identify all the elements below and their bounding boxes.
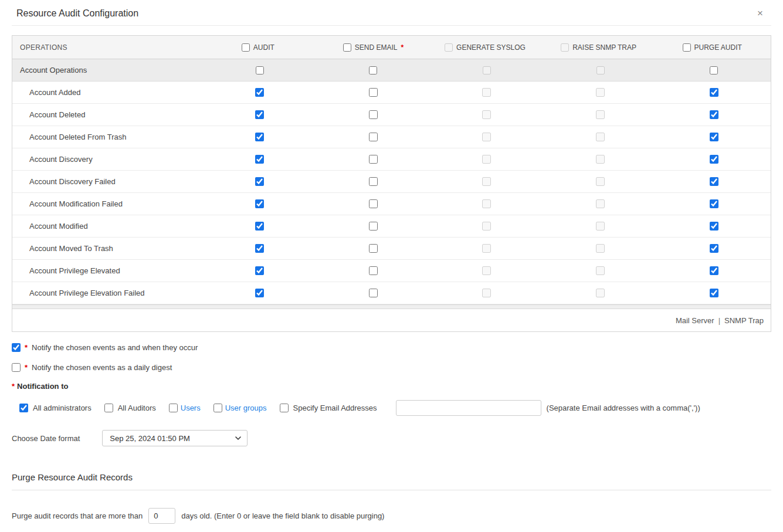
- raise-snmp-trap-column-header: RAISE SNMP TRAP: [544, 43, 657, 52]
- users-checkbox[interactable]: [169, 404, 178, 412]
- group-purge-audit-checkbox[interactable]: [710, 66, 718, 74]
- date-format-row: Choose Date format Sep 25, 2024 01:50 PM: [12, 430, 771, 446]
- audit-checkbox[interactable]: [255, 289, 264, 297]
- all-administrators-checkbox[interactable]: [19, 404, 28, 412]
- notify-digest-option[interactable]: * Notify the chosen events as a daily di…: [12, 363, 172, 372]
- audit-checkbox[interactable]: [255, 244, 264, 253]
- raise-snmp-trap-select-all-checkbox: [561, 43, 569, 52]
- send-email-checkbox[interactable]: [369, 133, 378, 141]
- footer-separator: |: [718, 316, 720, 325]
- table-row: Account Deleted From Trash: [12, 126, 771, 148]
- audit-column-header[interactable]: AUDIT: [203, 43, 317, 52]
- operation-label: Account Deleted: [12, 110, 203, 119]
- send-email-select-all-checkbox[interactable]: [343, 43, 351, 52]
- send-email-checkbox[interactable]: [369, 88, 378, 97]
- generate-syslog-checkbox: [482, 289, 491, 297]
- purge-audit-checkbox[interactable]: [710, 266, 718, 275]
- all-auditors-label: All Auditors: [118, 404, 156, 412]
- purge-audit-checkbox[interactable]: [710, 222, 718, 231]
- send-email-checkbox[interactable]: [369, 222, 378, 231]
- purge-audit-checkbox[interactable]: [710, 88, 718, 97]
- purge-audit-column-header[interactable]: PURGE AUDIT: [657, 43, 771, 52]
- send-email-checkbox[interactable]: [369, 155, 378, 164]
- horizontal-scrollbar[interactable]: [12, 304, 771, 309]
- user-groups-link[interactable]: User groups: [225, 404, 267, 412]
- close-icon[interactable]: ×: [754, 7, 767, 19]
- audit-checkbox[interactable]: [255, 222, 264, 231]
- purge-audit-checkbox[interactable]: [710, 244, 718, 253]
- purge-audit-select-all-checkbox[interactable]: [683, 43, 691, 52]
- send-email-checkbox[interactable]: [369, 266, 378, 275]
- raise-snmp-trap-checkbox: [596, 110, 605, 119]
- operation-label: Account Discovery Failed: [12, 177, 203, 186]
- send-email-checkbox[interactable]: [369, 199, 378, 208]
- send-email-column-header[interactable]: SEND EMAIL*: [317, 43, 431, 52]
- notify-digest-row: * Notify the chosen events as a daily di…: [12, 363, 771, 372]
- purge-audit-checkbox[interactable]: [710, 289, 718, 297]
- required-asterisk: *: [25, 343, 28, 352]
- all-administrators-option[interactable]: All administrators: [19, 404, 91, 412]
- table-row: Account Modification Failed: [12, 193, 771, 215]
- all-auditors-checkbox[interactable]: [104, 404, 113, 412]
- notify-occur-label: Notify the chosen events as and when the…: [32, 343, 198, 352]
- email-addresses-input[interactable]: [396, 400, 541, 416]
- specify-email-checkbox[interactable]: [280, 404, 289, 412]
- audit-checkbox[interactable]: [255, 177, 264, 186]
- user-groups-option[interactable]: User groups: [213, 404, 267, 412]
- audit-checkbox[interactable]: [255, 155, 264, 164]
- mail-server-link[interactable]: Mail Server: [676, 316, 714, 325]
- raise-snmp-trap-checkbox: [596, 244, 605, 253]
- user-groups-checkbox[interactable]: [213, 404, 222, 412]
- dialog-header: Resource Audit Configuration ×: [12, 0, 771, 26]
- group-audit-checkbox[interactable]: [256, 66, 264, 74]
- email-comma-hint: (Separate Email addresses with a comma('…: [547, 404, 700, 412]
- purge-audit-checkbox[interactable]: [710, 110, 718, 119]
- users-option[interactable]: Users: [169, 404, 201, 412]
- notify-occur-checkbox[interactable]: [12, 343, 21, 352]
- group-row-account-operations: Account Operations: [12, 59, 771, 82]
- snmp-trap-link[interactable]: SNMP Trap: [724, 316, 764, 325]
- users-link[interactable]: Users: [181, 404, 201, 412]
- table-row: Account Moved To Trash: [12, 238, 771, 260]
- send-email-checkbox[interactable]: [369, 177, 378, 186]
- notify-digest-checkbox[interactable]: [12, 363, 21, 372]
- operation-label: Account Deleted From Trash: [12, 133, 203, 141]
- audit-checkbox[interactable]: [255, 266, 264, 275]
- purge-days-input[interactable]: [148, 508, 175, 524]
- send-email-checkbox[interactable]: [369, 110, 378, 119]
- date-format-select[interactable]: Sep 25, 2024 01:50 PM: [102, 430, 248, 446]
- operation-label: Account Privilege Elevated: [12, 266, 203, 275]
- page-title: Resource Audit Configuration: [16, 8, 138, 19]
- audit-checkbox[interactable]: [255, 110, 264, 119]
- specify-email-label: Specify Email Addresses: [293, 404, 377, 412]
- send-email-checkbox[interactable]: [369, 289, 378, 297]
- all-administrators-label: All administrators: [33, 404, 91, 412]
- notify-occur-option[interactable]: * Notify the chosen events as and when t…: [12, 343, 198, 352]
- purge-audit-checkbox[interactable]: [710, 155, 718, 164]
- generate-syslog-checkbox: [482, 199, 491, 208]
- table-header-row: OPERATIONS AUDIT SEND EMAIL* GENERATE SY…: [12, 36, 771, 59]
- table-row: Account Modified: [12, 215, 771, 238]
- generate-syslog-checkbox: [482, 155, 491, 164]
- purge-audit-checkbox[interactable]: [710, 199, 718, 208]
- all-auditors-option[interactable]: All Auditors: [104, 404, 156, 412]
- purge-section-title: Purge Resource Audit Records: [12, 472, 771, 490]
- chevron-down-icon: [235, 435, 241, 441]
- audit-select-all-checkbox[interactable]: [242, 43, 250, 52]
- operation-label: Account Modified: [12, 222, 203, 231]
- audit-checkbox[interactable]: [255, 133, 264, 141]
- operation-label: Account Added: [12, 88, 203, 97]
- purge-audit-checkbox[interactable]: [710, 133, 718, 141]
- purge-audit-checkbox[interactable]: [710, 177, 718, 186]
- specify-email-option[interactable]: Specify Email Addresses: [280, 404, 377, 412]
- table-row: Account Privilege Elevation Failed: [12, 282, 771, 304]
- raise-snmp-trap-checkbox: [596, 266, 605, 275]
- audit-checkbox[interactable]: [255, 199, 264, 208]
- send-email-checkbox[interactable]: [369, 244, 378, 253]
- audit-checkbox[interactable]: [255, 88, 264, 97]
- table-row: Account Discovery Failed: [12, 171, 771, 193]
- group-send-email-checkbox[interactable]: [369, 66, 377, 74]
- raise-snmp-trap-checkbox: [596, 177, 605, 186]
- required-asterisk: *: [12, 382, 15, 391]
- raise-snmp-trap-checkbox: [596, 199, 605, 208]
